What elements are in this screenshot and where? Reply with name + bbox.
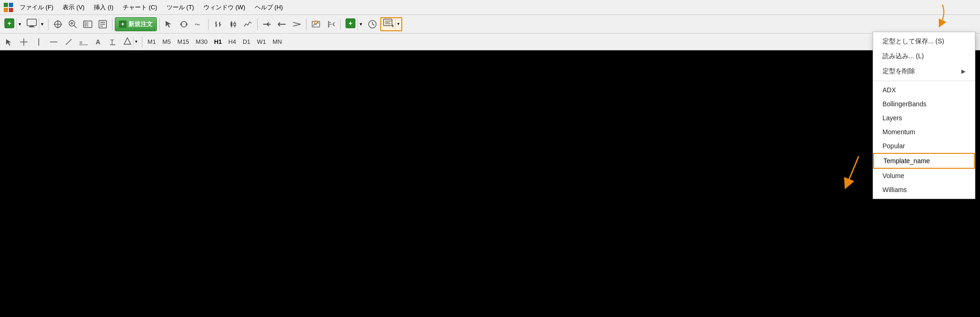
svg-text:▼: ▼ [391, 23, 393, 28]
sep8 [142, 36, 142, 48]
menu-insert[interactable]: 挿入 (I) [89, 1, 118, 14]
candlestick-button[interactable] [226, 17, 240, 31]
crosshair-tool-button[interactable] [17, 35, 31, 49]
svg-rect-6 [27, 19, 36, 26]
menu-view[interactable]: 表示 (V) [58, 1, 89, 14]
menu-tools[interactable]: ツール (T) [162, 1, 199, 14]
menu-help[interactable]: ヘルプ (H) [250, 1, 288, 14]
dropdown-sep [873, 81, 975, 81]
dropdown-load[interactable]: 読み込み... (L) [873, 49, 975, 64]
zoom-in-button[interactable] [66, 17, 80, 31]
vertical-line-button[interactable] [32, 35, 46, 49]
svg-line-13 [74, 25, 77, 28]
scroll-right-button[interactable] [290, 17, 304, 31]
dropdown-popular[interactable]: Popular [873, 139, 975, 153]
navigator-button[interactable] [81, 17, 95, 31]
menubar: ファイル (F) 表示 (V) 挿入 (I) チャート (C) ツール (T) … [0, 0, 980, 15]
zoom-chart-button[interactable] [309, 17, 323, 31]
monitor-button[interactable]: ▼ [24, 17, 46, 31]
svg-text:≡: ≡ [79, 40, 82, 45]
dropdown-momentum[interactable]: Momentum [873, 125, 975, 139]
svg-rect-3 [9, 8, 13, 12]
dropdown-delete[interactable]: 定型を削除 ▶ [873, 64, 975, 79]
sep3 [159, 19, 160, 30]
svg-marker-68 [6, 39, 11, 46]
dropdown-save[interactable]: 定型として保存... (S) [873, 34, 975, 49]
dropdown-volume[interactable]: Volume [873, 169, 975, 183]
bar-chart-button[interactable] [211, 17, 225, 31]
sep4 [208, 19, 209, 30]
arrow-tool-button[interactable] [2, 35, 16, 49]
properties-button[interactable] [96, 17, 110, 31]
svg-rect-2 [4, 8, 8, 12]
text-button[interactable]: A [91, 35, 105, 49]
sep5 [257, 19, 258, 30]
menu-window[interactable]: ウィンドウ (W) [199, 1, 250, 14]
svg-point-28 [186, 23, 188, 25]
svg-rect-36 [231, 22, 232, 26]
toolbar-main: + ▼ ▼ [0, 15, 980, 34]
dropdown-williams[interactable]: Williams [873, 183, 975, 197]
tf-w1[interactable]: W1 [254, 37, 269, 47]
svg-rect-8 [29, 27, 35, 28]
svg-line-73 [66, 39, 71, 45]
svg-rect-39 [234, 23, 236, 26]
text-tool-button[interactable]: T [106, 35, 120, 49]
svg-marker-79 [124, 38, 131, 44]
tf-m15[interactable]: M15 [175, 37, 192, 47]
new-chart-button[interactable]: + ▼ [2, 17, 23, 31]
tf-m1[interactable]: M1 [145, 37, 159, 47]
tf-m5[interactable]: M5 [160, 37, 174, 47]
dropdown-bollinger[interactable]: BollingerBands [873, 97, 975, 111]
template-button[interactable]: ▼ ▼ [380, 17, 402, 31]
svg-rect-0 [4, 3, 8, 7]
menu-chart[interactable]: チャート (C) [118, 1, 162, 14]
tf-h1[interactable]: H1 [211, 37, 225, 47]
svg-text:+: + [349, 20, 352, 27]
svg-rect-1 [9, 3, 13, 7]
svg-line-62 [372, 24, 374, 25]
dropdown-adx[interactable]: ADX [873, 83, 975, 97]
cursor-button[interactable] [162, 17, 176, 31]
svg-text:+: + [121, 21, 125, 28]
wave-button[interactable]: 〜 [192, 17, 206, 31]
sep2 [112, 19, 112, 30]
new-order-button[interactable]: + 新規注文 [115, 17, 157, 31]
sep1 [48, 19, 49, 30]
trendline-button[interactable] [62, 35, 76, 49]
price-scale-button[interactable] [324, 17, 338, 31]
svg-rect-17 [84, 22, 87, 27]
svg-text:〜: 〜 [195, 21, 200, 28]
sep7 [340, 19, 341, 30]
app-icon [2, 1, 15, 14]
svg-text:+: + [7, 20, 11, 27]
svg-line-48 [293, 22, 301, 24]
dropdown-template-name[interactable]: Template_name [873, 153, 975, 169]
menu-file[interactable]: ファイル (F) [15, 1, 58, 14]
sep6 [306, 19, 307, 30]
object-button[interactable] [177, 17, 191, 31]
clock-button[interactable] [365, 17, 379, 31]
add-indicator-button[interactable]: + ▼ [343, 17, 364, 31]
shape-tool-button[interactable]: ▼ [121, 35, 140, 49]
zoom-out2-button[interactable] [275, 17, 289, 31]
tf-mn[interactable]: MN [270, 37, 285, 47]
tf-d1[interactable]: D1 [240, 37, 253, 47]
template-dropdown: 定型として保存... (S) 読み込み... (L) 定型を削除 ▶ ADX B… [873, 32, 975, 199]
dropdown-layers[interactable]: Layers [873, 111, 975, 125]
fib-button[interactable]: ≡ [77, 35, 91, 49]
svg-line-49 [293, 24, 301, 26]
crosshair-button[interactable] [51, 17, 65, 31]
svg-line-57 [333, 24, 335, 26]
horizontal-line-button[interactable] [47, 35, 61, 49]
svg-rect-7 [30, 26, 34, 27]
svg-marker-25 [166, 21, 171, 28]
chart-area [0, 50, 980, 317]
zoom-in2-button[interactable] [260, 17, 274, 31]
tf-m30[interactable]: M30 [193, 37, 210, 47]
svg-text:A: A [96, 38, 100, 46]
line-chart-button[interactable] [241, 17, 255, 31]
svg-line-56 [333, 22, 335, 24]
tf-h4[interactable]: H4 [225, 37, 239, 47]
svg-point-27 [180, 23, 182, 25]
